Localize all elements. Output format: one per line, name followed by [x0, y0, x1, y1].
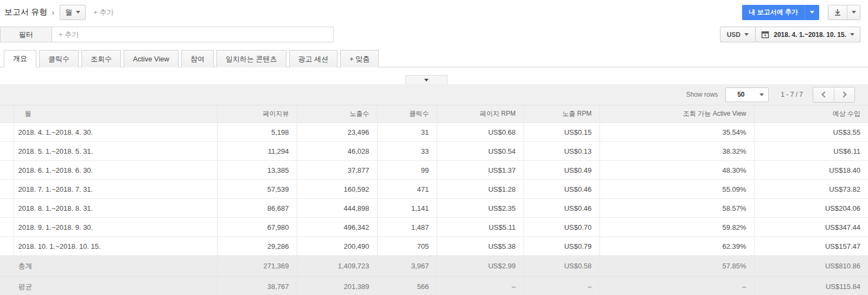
column-header-pageviews[interactable]: 페이지뷰 [217, 105, 297, 123]
filter-row: 필터 USD 2018. 4. 1.~2018. 10. 15. [0, 27, 868, 42]
filter-input[interactable] [52, 27, 333, 42]
row-select-spacer [0, 199, 14, 218]
cell-pageviews: 38,767 [217, 277, 297, 295]
currency-dropdown[interactable]: USD [720, 27, 756, 42]
summary-label: 총계 [14, 256, 217, 277]
pager [813, 87, 855, 103]
date-range-picker[interactable]: 2018. 4. 1.~2018. 10. 15. [755, 27, 860, 42]
report-page: 보고서 유형 › 월 + 추가 내 보고서에 추가 [0, 0, 868, 295]
chevron-down-icon [744, 33, 749, 36]
row-select-spacer [0, 237, 14, 256]
chart-collapse-toggle[interactable] [405, 75, 448, 84]
column-header-month[interactable]: 월 [14, 105, 217, 123]
top-actions: 내 보고서에 추가 [742, 5, 860, 20]
report-table: 월페이지뷰노출수클릭수페이지 RPM노출 RPM조회 가능 Active Vie… [0, 105, 868, 295]
download-button[interactable] [828, 5, 847, 20]
cell-page-rpm: US$5.11 [437, 218, 524, 237]
column-header-page-rpm[interactable]: 페이지 RPM [437, 105, 524, 123]
cell-impressions: 444,898 [297, 199, 377, 218]
cell-active-view-viewable: 35.54% [599, 123, 754, 142]
cell-clicks: 1,487 [377, 218, 437, 237]
tab-matched-content[interactable]: 일치하는 콘텐츠 [216, 50, 286, 67]
cell-impression-rpm: – [524, 277, 599, 295]
cell-impression-rpm: US$0.46 [524, 180, 599, 199]
tab-active-view[interactable]: Active View [124, 50, 178, 67]
download-icon [834, 9, 841, 16]
tab-ad-sessions[interactable]: 광고 세션 [289, 50, 338, 67]
cell-impressions: 200,490 [297, 237, 377, 256]
tab-engagement[interactable]: 참여 [181, 50, 214, 67]
cell-impression-rpm: US$0.79 [524, 237, 599, 256]
cell-estimated-earnings: US$204.06 [754, 199, 868, 218]
table-row: 2018. 9. 1.~2018. 9. 30.67,980496,3421,4… [0, 218, 868, 237]
cell-active-view-viewable: – [599, 277, 754, 295]
row-select-spacer [0, 256, 14, 277]
cell-impressions: 496,342 [297, 218, 377, 237]
page-title: 보고서 유형 [4, 7, 47, 17]
cell-pageviews: 86,687 [217, 199, 297, 218]
add-to-my-reports-button[interactable]: 내 보고서에 추가 [742, 5, 805, 20]
row-month-label: 2018. 7. 1.~2018. 7. 31. [14, 180, 217, 199]
row-select-spacer [0, 277, 14, 295]
report-type-value: 월 [65, 8, 72, 17]
cell-impression-rpm: US$0.49 [524, 161, 599, 180]
show-rows-dropdown[interactable]: 50 [725, 87, 769, 102]
cell-clicks: 33 [377, 142, 437, 161]
cell-impressions: 46,028 [297, 142, 377, 161]
tab-custom[interactable]: + 맞춤 [340, 50, 379, 67]
tab-views[interactable]: 조회수 [81, 50, 121, 67]
add-dimension-link[interactable]: + 추가 [93, 8, 113, 17]
cell-pageviews: 11,294 [217, 142, 297, 161]
report-tabs: 개요클릭수조회수Active View참여일치하는 콘텐츠광고 세션+ 맞춤 [0, 49, 868, 67]
tab-overview[interactable]: 개요 [4, 50, 36, 67]
column-header-active-view-viewable[interactable]: 조회 가능 Active View [599, 105, 754, 123]
column-header-impression-rpm[interactable]: 노출 RPM [524, 105, 599, 123]
cell-page-rpm: US$0.54 [437, 142, 524, 161]
cell-active-view-viewable: 38.32% [599, 142, 754, 161]
row-select-spacer [0, 180, 14, 199]
cell-estimated-earnings: US$810.86 [754, 256, 868, 277]
cell-clicks: 1,141 [377, 199, 437, 218]
table-toolbar: Show rows 50 1 - 7 / 7 [0, 84, 868, 105]
chevron-right-icon [840, 91, 846, 97]
export-split-button [828, 5, 860, 20]
next-page-button[interactable] [834, 87, 854, 102]
show-rows-label: Show rows [686, 91, 718, 98]
cell-pageviews: 271,369 [217, 256, 297, 277]
show-rows-value: 50 [726, 91, 756, 98]
column-header-impressions[interactable]: 노출수 [297, 105, 377, 123]
table-row: 2018. 4. 1.~2018. 4. 30.5,19823,49631US$… [0, 123, 868, 142]
calendar-icon [761, 30, 769, 39]
date-range-value: 2018. 4. 1.~2018. 10. 15. [774, 31, 846, 39]
column-header-estimated-earnings[interactable]: 예상 수입 [754, 105, 868, 123]
download-options-dropdown[interactable] [847, 5, 860, 20]
cell-page-rpm: US$2.35 [437, 199, 524, 218]
cell-estimated-earnings: US$73.82 [754, 180, 868, 199]
cell-impression-rpm: US$0.46 [524, 199, 599, 218]
row-month-label: 2018. 10. 1.~2018. 10. 15. [14, 237, 217, 256]
cell-clicks: 99 [377, 161, 437, 180]
top-bar: 보고서 유형 › 월 + 추가 내 보고서에 추가 [0, 0, 868, 24]
table-row: 2018. 10. 1.~2018. 10. 15.29,286200,4907… [0, 237, 868, 256]
add-to-my-reports-dropdown[interactable] [805, 5, 819, 20]
cell-estimated-earnings: US$6.11 [754, 142, 868, 161]
cell-page-rpm: US$1.28 [437, 180, 524, 199]
table-row: 2018. 7. 1.~2018. 7. 31.57,539160,592471… [0, 180, 868, 199]
table-panel: Show rows 50 1 - 7 / 7 월페이지뷰노출수클릭수페이지 RP… [0, 84, 868, 295]
cell-clicks: 566 [377, 277, 437, 295]
tab-clicks[interactable]: 클릭수 [39, 50, 79, 67]
cell-impression-rpm: US$0.70 [524, 218, 599, 237]
cell-clicks: 705 [377, 237, 437, 256]
cell-pageviews: 29,286 [217, 237, 297, 256]
column-header-clicks[interactable]: 클릭수 [377, 105, 437, 123]
prev-page-button[interactable] [813, 87, 834, 102]
table-row: 2018. 5. 1.~2018. 5. 31.11,29446,02833US… [0, 142, 868, 161]
row-select-spacer [0, 142, 14, 161]
row-select-spacer [0, 161, 14, 180]
summary-label: 평균 [14, 277, 217, 295]
report-type-dropdown[interactable]: 월 [60, 5, 86, 20]
chevron-left-icon [821, 91, 827, 97]
cell-pageviews: 13,385 [217, 161, 297, 180]
row-select-spacer [0, 218, 14, 237]
cell-impressions: 201,389 [297, 277, 377, 295]
